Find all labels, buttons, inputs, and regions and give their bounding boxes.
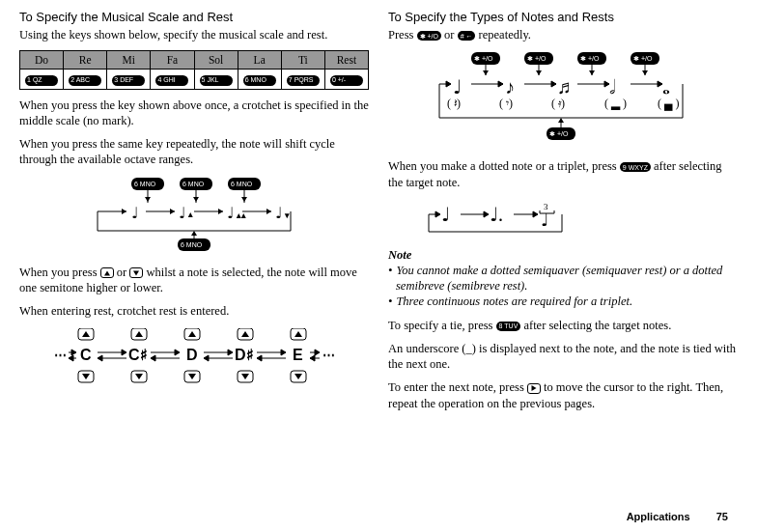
svg-marker-73	[642, 70, 648, 75]
crotchet-text: When you press the key shown above once,…	[19, 98, 369, 129]
svg-text:( 𝄿 ): ( 𝄿 )	[551, 97, 565, 110]
svg-text:♩: ♩	[227, 205, 235, 221]
svg-text:6 MNO: 6 MNO	[182, 181, 205, 187]
right-column: To Specify the Types of Notes and Rests …	[388, 10, 738, 419]
up-icon	[100, 267, 114, 278]
footer-page: 75	[716, 511, 728, 522]
star-key: ✱ +/O	[417, 31, 441, 41]
svg-text:6 MNO: 6 MNO	[181, 241, 203, 248]
svg-marker-10	[145, 197, 151, 202]
svg-text:𝅗𝅥: 𝅗𝅥	[609, 78, 615, 95]
svg-marker-53	[151, 355, 155, 361]
svg-marker-22	[191, 231, 197, 236]
svg-text:E: E	[293, 347, 303, 363]
svg-text:♪: ♪	[505, 76, 515, 98]
note-item: Three continuous notes are required for …	[396, 294, 738, 309]
scale-name: La	[238, 51, 281, 70]
svg-marker-50	[122, 350, 126, 355]
svg-text:▾: ▾	[284, 210, 290, 220]
svg-text:✱ +/O: ✱ +/O	[580, 55, 600, 62]
key-6: 6 MNO	[243, 75, 276, 85]
svg-text:⋯: ⋯	[54, 348, 67, 362]
scale-keys-row: 1 QZ 2 ABC 3 DEF 4 GHI 5 JKL 6 MNO 7 PQR…	[20, 70, 369, 89]
key-5: 5 JKL	[200, 75, 233, 85]
svg-marker-12	[241, 197, 247, 202]
footer-section: Applications	[627, 511, 690, 522]
svg-text:( ▂ ): ( ▂ )	[604, 97, 627, 110]
svg-marker-86	[551, 81, 556, 87]
svg-marker-71	[536, 70, 542, 75]
svg-marker-51	[98, 355, 102, 361]
key-9: 9 WXYZ	[620, 162, 651, 172]
scale-table: Do Re Mi Fa Sol La Ti Rest 1 QZ 2 ABC 3 …	[19, 50, 369, 89]
svg-marker-11	[193, 197, 199, 202]
semitone-text: When you press or whilst a note is selec…	[19, 265, 369, 296]
down-icon	[129, 267, 143, 278]
svg-marker-88	[658, 81, 662, 87]
key-2: 2 ABC	[69, 75, 101, 85]
scale-name: Do	[20, 51, 64, 70]
tie-text: To specify a tie, press 8 TUV after sele…	[388, 318, 738, 333]
scale-name: Fa	[151, 51, 194, 70]
svg-marker-59	[69, 355, 73, 361]
semitone-figure: ⋯ ⋯ C C♯ D	[19, 328, 369, 386]
svg-text:♬: ♬	[557, 76, 572, 98]
svg-marker-60	[315, 350, 320, 355]
svg-marker-61	[310, 355, 315, 361]
svg-text:▴▴: ▴▴	[236, 210, 246, 220]
heading-scale-rest: To Specify the Musical Scale and Rest	[19, 10, 369, 24]
svg-marker-52	[175, 350, 180, 355]
scale-names-row: Do Re Mi Fa Sol La Ti Rest	[20, 51, 369, 70]
note-list: You cannot make a dotted semiquaver (sem…	[388, 263, 738, 310]
svg-marker-57	[257, 355, 262, 361]
svg-text:( 𝄾 ): ( 𝄾 )	[499, 97, 513, 110]
scale-name: Ti	[281, 51, 324, 70]
svg-marker-91	[558, 118, 564, 123]
svg-marker-9	[266, 209, 271, 214]
svg-marker-98	[533, 211, 538, 217]
key-1: 1 QZ	[25, 75, 58, 85]
svg-text:⋯: ⋯	[322, 348, 335, 362]
key-8: 8 TUV	[496, 322, 521, 331]
note-type-figure: ✱ +/O ✱ +/O ✱ +/O ✱ +/O ♩ ♪ ♬ 𝅗𝅥 𝅝 ( 𝄽 )…	[388, 52, 738, 149]
heading-notes-rests: To Specify the Types of Notes and Rests	[388, 10, 738, 24]
svg-marker-6	[122, 209, 126, 214]
right-icon	[527, 383, 541, 394]
note-heading: Note	[388, 248, 738, 263]
note-item: You cannot make a dotted semiquaver (sem…	[396, 263, 738, 294]
repeat-text: When you press the same key repeatedly, …	[19, 136, 369, 168]
svg-text:♩: ♩	[131, 205, 139, 221]
svg-marker-96	[435, 211, 440, 217]
svg-text:✱ +/O: ✱ +/O	[474, 55, 493, 62]
svg-marker-58	[71, 350, 76, 355]
svg-marker-55	[204, 355, 209, 361]
next-note-text: To enter the next note, press to move th…	[388, 379, 738, 411]
scale-name: Sol	[194, 51, 238, 70]
svg-text:♩: ♩	[275, 205, 283, 221]
dotted-figure: ♩ ♩. 3 ♩	[388, 200, 738, 238]
svg-text:♩: ♩	[453, 76, 462, 98]
svg-marker-85	[498, 81, 503, 87]
scale-name: Rest	[324, 51, 368, 70]
page-footer: Applications 75	[627, 511, 728, 522]
underscore-text: An underscore (_) is displayed next to t…	[388, 341, 738, 373]
svg-text:✱ +/O: ✱ +/O	[549, 130, 569, 137]
svg-text:♩: ♩	[179, 205, 186, 221]
dotted-text: When you make a dotted note or a triplet…	[388, 158, 738, 190]
svg-text:♩: ♩	[441, 204, 450, 225]
key-4: 4 GHI	[155, 75, 188, 85]
svg-text:( 𝄽 ): ( 𝄽 )	[447, 97, 461, 110]
press-text: Press ✱ +/O or # ← repeatedly.	[388, 27, 738, 42]
svg-text:C♯: C♯	[128, 347, 148, 363]
svg-marker-72	[589, 70, 595, 75]
hash-key: # ←	[458, 31, 476, 41]
svg-text:D: D	[186, 347, 198, 363]
svg-marker-70	[483, 70, 489, 75]
svg-text:( ▄ ): ( ▄ )	[658, 97, 680, 111]
svg-text:𝅝: 𝅝	[662, 90, 670, 95]
svg-text:♩: ♩	[541, 210, 548, 230]
key-7: 7 PQRS	[287, 75, 320, 85]
key-3: 3 DEF	[112, 75, 145, 85]
svg-text:6 MNO: 6 MNO	[231, 181, 253, 187]
rest-text: When entering rest, crotchet rest is ent…	[19, 303, 369, 319]
